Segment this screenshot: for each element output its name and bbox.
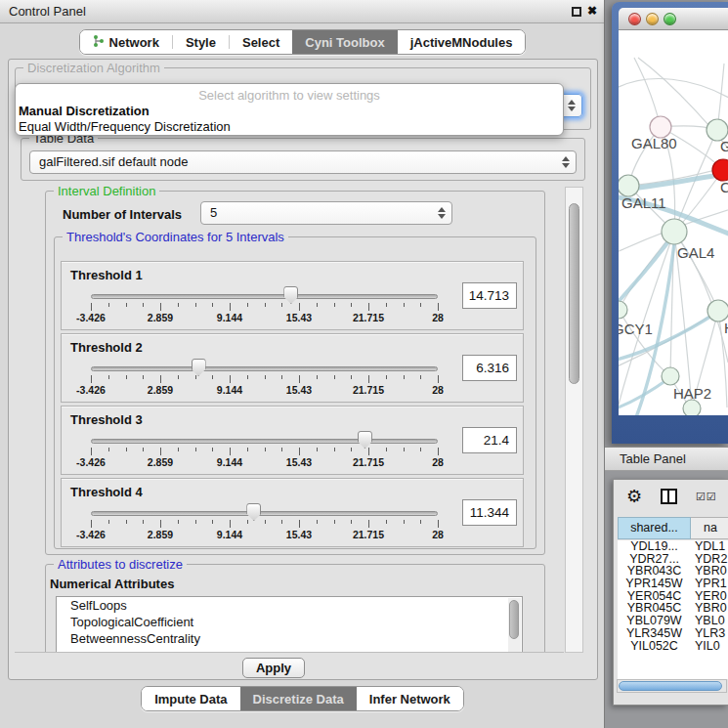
mac-minimize-button[interactable] (646, 13, 659, 25)
table-row[interactable]: YDR27...YDR2 (618, 553, 728, 566)
attributes-scrollbar-thumb[interactable] (509, 600, 519, 639)
columns-icon[interactable] (661, 489, 677, 504)
control-panel-content: Discretization Algorithm Select algorith… (8, 59, 598, 680)
tick-mark (386, 520, 387, 524)
node-label: GCY1 (619, 321, 653, 337)
tab-select[interactable]: Select (230, 30, 292, 54)
network-canvas[interactable]: GAL80GACGAL11GAL4GCY1HHAP2 (619, 30, 728, 415)
tick-mark (212, 520, 213, 524)
table-row[interactable]: YIL052CYIL0 (618, 640, 728, 653)
table-row[interactable]: YBR043CYBR0 (618, 565, 728, 578)
table-data-combobox[interactable]: galFiltered.sif default node (29, 150, 577, 174)
threshold-value-field[interactable]: 11.344 (462, 499, 517, 526)
tab-jactivemnodules[interactable]: jActiveMNodules (398, 30, 526, 54)
tab-label: Select (242, 35, 279, 50)
list-item[interactable]: BetweennessCentrality (57, 630, 522, 647)
tick-mark (247, 375, 248, 379)
mac-zoom-button[interactable] (664, 13, 676, 25)
table-row[interactable]: YPR145WYPR1 (618, 578, 728, 590)
mac-close-button[interactable] (628, 13, 641, 25)
tick-mark (212, 303, 213, 307)
numerical-attributes-list[interactable]: SelfLoopsTopologicalCoefficientBetweenne… (56, 596, 523, 653)
column-header-shared[interactable]: shared... (618, 517, 691, 539)
tick-label: -3.426 (76, 456, 106, 468)
tab-infer-network[interactable]: Infer Network (357, 687, 463, 710)
float-window-icon[interactable] (572, 7, 581, 17)
settings-scrollbar-thumb[interactable] (569, 203, 579, 384)
slider-track[interactable] (91, 511, 438, 516)
table-cell-shared: YBR043C (618, 565, 691, 578)
slider-handle[interactable] (246, 503, 261, 521)
slider-handle[interactable] (358, 431, 372, 449)
tick-mark (212, 448, 213, 451)
tick-mark (317, 375, 318, 379)
table-cell-name: YLR3 (695, 627, 728, 640)
tick-label: 9.144 (217, 384, 242, 396)
apply-button[interactable]: Apply (242, 658, 305, 678)
list-item[interactable]: TopologicalCoefficient (57, 614, 522, 630)
tick-label: 21.715 (353, 529, 384, 540)
table-cell-name: YDL1 (695, 540, 728, 553)
tick-label: 28 (432, 456, 444, 468)
network-node[interactable] (712, 159, 728, 181)
column-header-name[interactable]: na (691, 517, 728, 539)
threshold-panel: Threshold 1-3.4262.8599.14415.4321.71528… (61, 261, 524, 330)
tick-mark (404, 448, 405, 451)
table-hscrollbar-thumb[interactable] (619, 681, 722, 691)
threshold-value-field[interactable]: 6.316 (462, 355, 517, 381)
network-node[interactable] (662, 219, 687, 244)
tick-mark (334, 375, 335, 379)
control-panel-window: Control Panel ✖ NetworkStyleSelectCyni T… (0, 0, 605, 728)
table-header-row: shared... na (614, 517, 728, 539)
tick-mark (420, 375, 421, 379)
attributes-group: Attributes to discretize Numerical Attri… (45, 564, 545, 653)
table-row[interactable]: YBR045CYBR0 (618, 602, 728, 615)
network-node[interactable] (619, 175, 639, 196)
table-data-group: Table Data galFiltered.sif default node (21, 138, 585, 181)
settings-vertical-scrollbar[interactable] (565, 187, 583, 653)
table-horizontal-scrollbar[interactable] (617, 679, 727, 693)
table-row[interactable]: YLR345WYLR3 (618, 627, 728, 640)
gear-icon[interactable]: ⚙ (626, 486, 642, 507)
close-icon[interactable]: ✖ (587, 4, 597, 18)
tick-mark (126, 520, 127, 524)
tick-label: 9.144 (217, 529, 242, 540)
tick-mark (368, 448, 369, 455)
attributes-scrollbar[interactable] (508, 598, 521, 653)
algorithm-option[interactable]: Equal Width/Frequency Discretization (19, 119, 231, 134)
slider-track[interactable] (91, 294, 438, 299)
tick-label: 2.859 (148, 384, 173, 396)
threshold-label: Threshold 2 (70, 340, 143, 355)
tick-mark (178, 520, 179, 524)
slider-handle[interactable] (192, 359, 206, 376)
table-row[interactable]: YBL079WYBL0 (618, 615, 728, 627)
threshold-value-field[interactable]: 14.713 (462, 282, 517, 309)
tick-mark (230, 303, 231, 311)
checkbox-icons[interactable]: ☑☑ (696, 491, 717, 503)
tab-label: Network (109, 35, 159, 50)
tick-mark (230, 520, 231, 528)
network-node[interactable] (707, 300, 728, 321)
network-node[interactable] (683, 400, 701, 415)
slider-handle[interactable] (283, 286, 298, 304)
number-of-intervals-label: Number of Intervals (63, 207, 182, 222)
table-row[interactable]: YER054CYER0 (618, 590, 728, 603)
network-node[interactable] (662, 367, 679, 385)
tab-style[interactable]: Style (173, 30, 229, 54)
algorithm-option[interactable]: Manual Discretization (19, 104, 150, 118)
list-item[interactable]: SelfLoops (57, 597, 522, 614)
threshold-value-field[interactable]: 21.4 (462, 427, 517, 453)
tab-discretize-data[interactable]: Discretize Data (240, 687, 357, 710)
tab-network[interactable]: Network (80, 30, 172, 54)
tab-impute-data[interactable]: Impute Data (142, 687, 239, 710)
tab-cyni-toolbox[interactable]: Cyni Toolbox (292, 30, 397, 54)
tick-mark (386, 448, 387, 451)
tick-label: 28 (432, 312, 444, 323)
number-of-intervals-combobox[interactable]: 5 (200, 201, 452, 225)
slider-track[interactable] (91, 366, 438, 371)
network-node[interactable] (619, 301, 627, 319)
table-row[interactable]: YDL19...YDL1 (618, 540, 728, 553)
combo-stepper-icon (561, 155, 570, 169)
slider-track[interactable] (91, 439, 438, 444)
tick-mark (247, 448, 248, 451)
